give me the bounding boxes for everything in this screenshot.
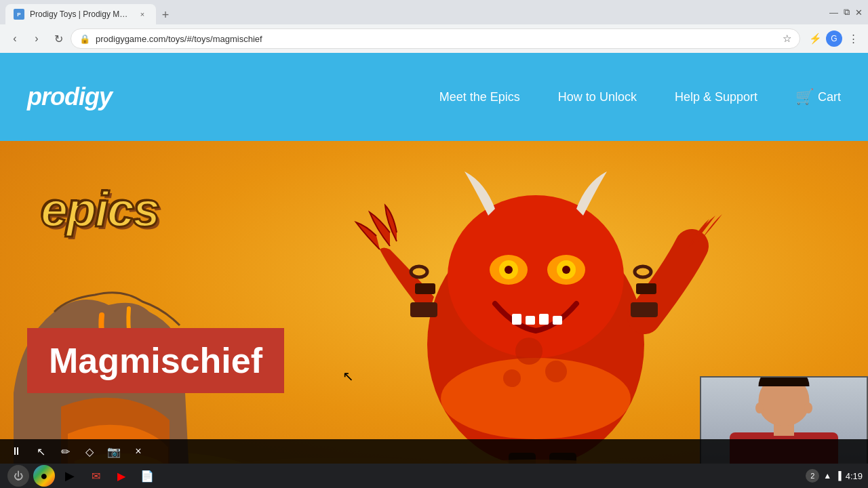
hero-banner: epics Magmischief bbox=[0, 141, 868, 488]
eraser-tool-button[interactable]: ◇ bbox=[79, 441, 100, 462]
taskbar-gmail-icon[interactable]: ✉ bbox=[85, 465, 106, 487]
select-tool-button[interactable]: ↖ bbox=[30, 441, 52, 462]
svg-rect-25 bbox=[415, 283, 435, 294]
taskbar-power-icon[interactable]: ⏻ bbox=[7, 465, 29, 487]
website-content: prodigy Meet the Epics How to Unlock Hel… bbox=[0, 53, 868, 488]
svg-point-37 bbox=[503, 369, 521, 387]
browser-nav-bar: ‹ › ↻ 🔒 prodigygame.com/toys/#/toys/magm… bbox=[0, 24, 868, 53]
camera-button[interactable]: 📷 bbox=[103, 441, 125, 462]
battery-icon: ▐ bbox=[835, 471, 842, 481]
screen-recording-toolbar: ⏸ ↖ ✏ ◇ 📷 × bbox=[0, 439, 868, 464]
taskbar-playstore-icon[interactable]: ▶ bbox=[59, 465, 81, 487]
taskbar-chrome-icon[interactable]: ● bbox=[33, 465, 55, 487]
taskbar-number-badge: 2 bbox=[806, 469, 819, 483]
browser-toolbar-icons: ⚡ G ⋮ bbox=[806, 29, 863, 48]
taskbar-docs-icon[interactable]: 📄 bbox=[136, 465, 158, 487]
cart-button[interactable]: 🛒 Cart bbox=[776, 88, 841, 106]
site-nav: Meet the Epics How to Unlock Help & Supp… bbox=[420, 88, 841, 106]
pause-button[interactable]: ⏸ bbox=[5, 441, 27, 462]
back-button[interactable]: ‹ bbox=[5, 29, 24, 48]
nav-meet-epics[interactable]: Meet the Epics bbox=[420, 90, 539, 104]
svg-rect-26 bbox=[636, 283, 656, 294]
pen-tool-button[interactable]: ✏ bbox=[54, 441, 76, 462]
svg-rect-21 bbox=[539, 314, 549, 325]
window-maximize[interactable]: ⧉ bbox=[844, 7, 850, 18]
window-minimize[interactable]: — bbox=[829, 7, 838, 18]
svg-point-18 bbox=[562, 266, 570, 274]
svg-point-27 bbox=[411, 266, 427, 277]
svg-point-35 bbox=[515, 338, 542, 365]
svg-rect-24 bbox=[631, 302, 658, 317]
tab-close-button[interactable]: × bbox=[137, 9, 148, 20]
epics-title: epics bbox=[41, 182, 159, 237]
active-tab[interactable]: P Prodigy Toys | Prodigy Math Ga... × bbox=[5, 4, 156, 24]
extensions-icon[interactable]: ⚡ bbox=[806, 29, 825, 48]
wifi-icon: ▲ bbox=[823, 471, 831, 481]
svg-point-17 bbox=[505, 266, 513, 274]
cart-icon: 🛒 bbox=[795, 88, 814, 106]
prodigy-logo[interactable]: prodigy bbox=[27, 83, 112, 111]
taskbar: ⏻ ● ▶ ✉ ▶ 📄 2 ▲ ▐ 4:19 bbox=[0, 464, 868, 488]
svg-rect-23 bbox=[410, 302, 437, 317]
tab-area: P Prodigy Toys | Prodigy Math Ga... × + bbox=[5, 0, 175, 24]
tab-title: Prodigy Toys | Prodigy Math Ga... bbox=[30, 9, 132, 19]
svg-point-28 bbox=[635, 266, 651, 277]
address-bar[interactable]: 🔒 prodigygame.com/toys/#/toys/magmischie… bbox=[71, 28, 800, 49]
bookmark-star[interactable]: ☆ bbox=[783, 33, 791, 45]
svg-rect-19 bbox=[512, 314, 521, 325]
site-header: prodigy Meet the Epics How to Unlock Hel… bbox=[0, 53, 868, 141]
stop-recording-button[interactable]: × bbox=[127, 441, 149, 462]
svg-rect-20 bbox=[526, 316, 535, 325]
taskbar-youtube-icon[interactable]: ▶ bbox=[111, 465, 132, 487]
chrome-menu[interactable]: ⋮ bbox=[844, 29, 863, 48]
new-tab-button[interactable]: + bbox=[156, 5, 175, 24]
character-name-text: Magmischief bbox=[49, 341, 262, 380]
character-name-label: Magmischief bbox=[27, 328, 284, 393]
svg-point-36 bbox=[545, 361, 567, 382]
nav-help-support[interactable]: Help & Support bbox=[656, 90, 776, 104]
taskbar-clock: 4:19 bbox=[846, 471, 863, 481]
svg-rect-22 bbox=[553, 316, 562, 325]
taskbar-status-area: 2 ▲ ▐ 4:19 bbox=[806, 469, 863, 483]
svg-point-12 bbox=[441, 358, 631, 439]
browser-title-bar: P Prodigy Toys | Prodigy Math Ga... × + … bbox=[0, 0, 868, 24]
url-text: prodigygame.com/toys/#/toys/magmischief bbox=[96, 34, 777, 44]
forward-button[interactable]: › bbox=[27, 29, 46, 48]
window-close[interactable]: ✕ bbox=[855, 7, 863, 18]
profile-icon[interactable]: G bbox=[826, 30, 842, 47]
tab-favicon: P bbox=[14, 9, 24, 20]
refresh-button[interactable]: ↻ bbox=[49, 29, 68, 48]
nav-how-to-unlock[interactable]: How to Unlock bbox=[539, 90, 656, 104]
